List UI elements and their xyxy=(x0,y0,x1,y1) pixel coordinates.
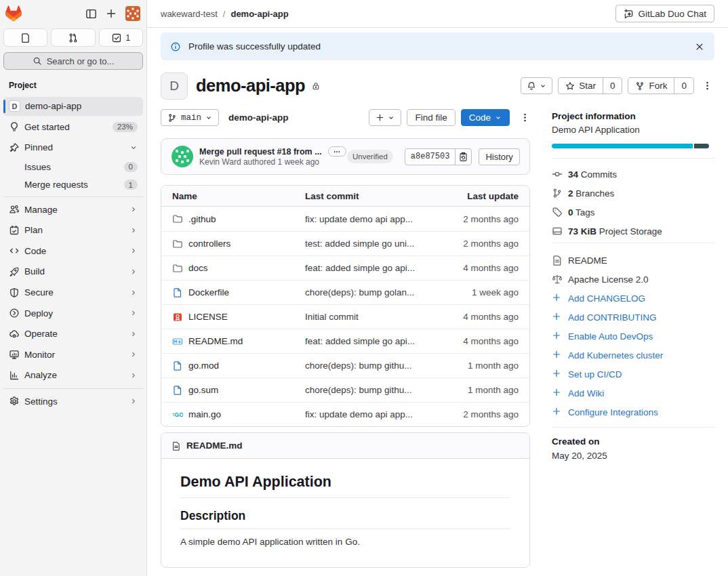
gitlab-logo-icon[interactable] xyxy=(5,5,22,22)
markdown-icon xyxy=(172,336,183,347)
stat-value: 0 xyxy=(568,207,573,218)
file-name[interactable]: .github xyxy=(188,214,216,224)
sidebar-item-pinned[interactable]: Pinned xyxy=(3,138,143,157)
sidebar-item-deploy[interactable]: Deploy xyxy=(3,304,143,323)
project-more-actions-icon[interactable] xyxy=(700,77,714,94)
commit-message-link[interactable]: feat: added simple go api... xyxy=(305,336,424,346)
commit-expand-icon[interactable] xyxy=(328,146,346,157)
plus-icon xyxy=(552,369,563,379)
fork-button[interactable]: Fork xyxy=(628,78,674,94)
branches-stat[interactable]: 2 Branches xyxy=(552,184,714,203)
sidebar-menu: Project D demo-api-app Get started 23% xyxy=(0,78,146,411)
history-button[interactable]: History xyxy=(479,148,519,165)
storage-stat[interactable]: 73 KiB Project Storage xyxy=(552,222,714,241)
file-name[interactable]: go.mod xyxy=(188,361,219,371)
breadcrumb-group[interactable]: wakeward-test xyxy=(161,9,218,19)
plus-icon xyxy=(552,388,563,398)
sidebar-item-code[interactable]: Code xyxy=(3,241,143,260)
tree-more-actions-icon[interactable] xyxy=(519,109,530,126)
sidebar-item-settings[interactable]: Settings xyxy=(3,392,143,411)
commit-message-link[interactable]: fix: update demo api app... xyxy=(305,409,424,419)
duo-chat-button[interactable]: GitLab Duo Chat xyxy=(615,5,714,22)
sidebar-item-monitor[interactable]: Monitor xyxy=(3,345,143,364)
enable-auto-devops-link[interactable]: Enable Auto DevOps xyxy=(552,327,714,346)
commits-stat[interactable]: 34 Commits xyxy=(552,165,714,184)
file-name[interactable]: Dockerfile xyxy=(188,287,229,297)
disk-icon xyxy=(552,226,563,236)
issues-shortcut-button[interactable] xyxy=(3,28,47,47)
branch-selector[interactable]: main xyxy=(161,109,219,126)
issues-icon xyxy=(20,33,31,43)
sidebar-item-manage[interactable]: Manage xyxy=(3,200,143,219)
search-input[interactable]: Search or go to... xyxy=(3,52,143,70)
table-row: Dockerfile chore(deps): bump golan... 1 … xyxy=(161,280,529,304)
sidebar-item-build[interactable]: Build xyxy=(3,262,143,281)
table-row: .github fix: update demo api app... 2 mo… xyxy=(161,207,529,231)
alert-close-icon[interactable] xyxy=(695,42,704,52)
tree-header-row: Name Last commit Last update xyxy=(161,186,529,207)
commit-message-link[interactable]: chore(deps): bump golan... xyxy=(305,287,424,297)
sidebar-collapse-icon[interactable] xyxy=(85,8,97,20)
sidebar-item-project[interactable]: D demo-api-app xyxy=(3,97,143,116)
page-content: Profile was successfully updated D demo-… xyxy=(147,28,728,568)
user-avatar[interactable] xyxy=(125,6,140,21)
unverified-badge[interactable]: Unverified xyxy=(347,150,393,163)
commit-message-link[interactable]: feat: added simple go api... xyxy=(305,263,424,273)
breadcrumb-project[interactable]: demo-api-app xyxy=(230,9,288,19)
add-kubernetes-cluster-link[interactable]: Add Kubernetes cluster xyxy=(552,346,714,365)
commit-author-avatar[interactable] xyxy=(171,146,193,167)
readme-header[interactable]: README.md xyxy=(161,433,529,459)
link-label: Enable Auto DevOps xyxy=(568,331,653,342)
plus-icon xyxy=(552,331,563,342)
commit-message-link[interactable]: chore(deps): bump githu... xyxy=(305,385,424,395)
file-name[interactable]: main.go xyxy=(188,409,221,419)
license-link[interactable]: Apache License 2.0 xyxy=(552,270,714,289)
todo-check-icon xyxy=(111,33,122,43)
merge-requests-shortcut-button[interactable] xyxy=(51,28,95,47)
copy-sha-icon[interactable] xyxy=(456,149,471,165)
file-name[interactable]: LICENSE xyxy=(188,312,228,322)
set-up-cicd-link[interactable]: Set up CI/CD xyxy=(552,365,714,384)
create-new-icon[interactable] xyxy=(106,8,117,19)
sidebar-item-plan[interactable]: Plan xyxy=(3,221,143,240)
sidebar-item-merge-requests[interactable]: Merge requests 1 xyxy=(3,177,143,193)
todos-shortcut-button[interactable]: 1 xyxy=(99,28,143,47)
stat-text: 0 Tags xyxy=(568,207,595,218)
code-dropdown-button[interactable]: Code xyxy=(461,109,510,126)
commit-message-link[interactable]: Initial commit xyxy=(305,312,424,322)
readme-link[interactable]: README xyxy=(552,251,714,270)
file-name[interactable]: controllers xyxy=(188,239,230,249)
add-contributing-link[interactable]: Add CONTRIBUTING xyxy=(552,308,714,327)
chevron-right-icon xyxy=(129,226,138,234)
fork-count[interactable]: 0 xyxy=(674,78,693,94)
commit-message-link[interactable]: fix: update demo api app... xyxy=(305,214,424,224)
commit-message-link[interactable]: chore(deps): bump githu... xyxy=(305,361,424,371)
commit-message-link[interactable]: test: added simple go uni... xyxy=(305,239,424,249)
table-row: go.mod chore(deps): bump githu... 1 mont… xyxy=(161,353,529,377)
find-file-button[interactable]: Find file xyxy=(407,109,455,126)
link-label: README xyxy=(568,255,607,266)
repo-path[interactable]: demo-api-app xyxy=(228,112,289,123)
branch-icon xyxy=(552,188,563,199)
commit-title[interactable]: Merge pull request #18 from ... xyxy=(199,147,322,157)
sidebar-item-get-started[interactable]: Get started 23% xyxy=(3,117,143,136)
sidebar-section-label: Project xyxy=(0,78,146,95)
add-wiki-link[interactable]: Add Wiki xyxy=(552,384,714,403)
sidebar-item-secure[interactable]: Secure xyxy=(3,283,143,302)
file-icon xyxy=(172,361,183,371)
readme-paragraph: A simple demo API application written in… xyxy=(180,537,510,547)
sidebar-item-issues[interactable]: Issues 0 xyxy=(3,159,143,175)
tags-stat[interactable]: 0 Tags xyxy=(552,203,714,222)
configure-integrations-link[interactable]: Configure Integrations xyxy=(552,403,714,421)
file-name[interactable]: README.md xyxy=(188,336,243,346)
star-count[interactable]: 0 xyxy=(603,78,622,94)
add-file-dropdown-button[interactable] xyxy=(369,109,401,126)
add-changelog-link[interactable]: Add CHANGELOG xyxy=(552,289,714,308)
file-name[interactable]: go.sum xyxy=(188,385,218,395)
star-button[interactable]: Star xyxy=(559,78,603,94)
sidebar-item-operate[interactable]: Operate xyxy=(3,325,143,344)
notifications-dropdown-button[interactable] xyxy=(521,77,552,94)
language-bar[interactable] xyxy=(552,144,709,148)
sidebar-item-analyze[interactable]: Analyze xyxy=(3,366,143,385)
file-name[interactable]: docs xyxy=(188,263,208,273)
